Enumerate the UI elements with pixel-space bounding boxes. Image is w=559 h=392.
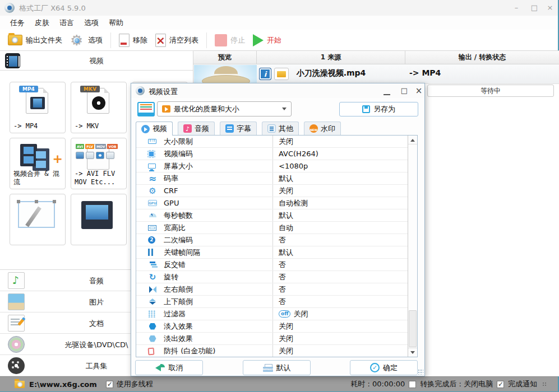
setting-value: 关闭: [279, 346, 293, 356]
column-source[interactable]: 1 来源: [257, 51, 405, 64]
card-to-mkv[interactable]: MKV -> MKV: [71, 82, 127, 133]
tab-other[interactable]: 其他: [262, 122, 299, 135]
card-merge-mux[interactable]: + 视频合并 & 混流: [10, 138, 66, 189]
setting-label: 过滤器: [164, 309, 186, 319]
video-tab-icon: [141, 125, 150, 133]
cancel-button[interactable]: 取消: [135, 360, 203, 375]
floppy-save-icon: [362, 105, 370, 113]
speedometer-icon: [149, 213, 156, 217]
column-output-status[interactable]: 输出 / 转换状态: [405, 51, 559, 64]
card-to-mp4[interactable]: MP4 -> MP4: [10, 82, 66, 133]
clear-list-button[interactable]: 清空列表: [155, 34, 198, 47]
remove-button[interactable]: 移除: [119, 34, 147, 47]
setting-row-two-pass[interactable]: 二次编码 否: [136, 234, 417, 246]
setting-row-filter[interactable]: 过滤器 off关闭: [136, 308, 417, 320]
setting-row-fps[interactable]: 每秒帧数 默认: [136, 209, 417, 222]
remove-doc-icon: [119, 34, 130, 47]
settings-tabs: 视频 音频 字幕 其他 水印: [136, 122, 341, 136]
start-icon: [253, 34, 264, 46]
scroll-up-icon[interactable]: [408, 136, 417, 144]
plus-icon: +: [53, 152, 63, 166]
setting-row-rotate[interactable]: 旋转 否: [136, 271, 417, 283]
resize-grip[interactable]: [542, 382, 547, 386]
chip-icon: [148, 151, 155, 157]
tab-label: 水印: [321, 124, 335, 134]
multithread-checkbox[interactable]: [106, 381, 113, 388]
dialog-titlebar: 视频设置 _ □ ×: [131, 83, 424, 98]
setting-row-keyframe-interval[interactable]: 关键帧间隔 默认: [136, 246, 417, 259]
output-folder-button[interactable]: 输出文件夹: [8, 35, 62, 45]
video-section-header[interactable]: 视频: [0, 51, 193, 71]
setting-row-aspect-ratio[interactable]: 宽高比 自动: [136, 222, 417, 234]
setting-row-gpu[interactable]: GPU 自动检测: [136, 197, 417, 209]
card-film-tool[interactable]: [71, 194, 127, 245]
output-format: -> MP4: [409, 68, 441, 77]
keyframe-icon: [148, 249, 153, 256]
setting-label: GPU: [164, 199, 179, 207]
output-path[interactable]: E:\www.x6g.com: [29, 380, 97, 389]
setting-value: 自动检测: [279, 198, 308, 208]
setting-label: 屏幕大小: [164, 161, 193, 171]
tab-video[interactable]: 视频: [136, 122, 173, 136]
tab-subtitle[interactable]: 字幕: [220, 122, 257, 135]
dialog-minimize-button[interactable]: _: [384, 86, 390, 95]
dialog-maximize-button[interactable]: □: [399, 85, 410, 96]
setting-row-size-limit[interactable]: 大小限制 关闭: [136, 136, 417, 148]
film-tool-icon: [81, 201, 113, 229]
minimize-button[interactable]: –: [510, 2, 523, 13]
scrollbar-thumb[interactable]: [409, 310, 417, 347]
setting-label: CRF: [164, 186, 178, 195]
setting-row-screen-size[interactable]: 屏幕大小 <1080p: [136, 160, 417, 172]
dialog-title: 视频设置: [149, 87, 178, 97]
setting-value: 关闭: [279, 137, 293, 147]
mkv-badge: MKV: [80, 86, 100, 92]
maximize-button[interactable]: □: [528, 2, 540, 13]
ruler-icon: [148, 139, 156, 144]
options-gear-icon: [70, 33, 85, 48]
setting-row-fade-in[interactable]: 淡入效果 关闭: [136, 320, 417, 333]
stop-button[interactable]: 停止: [215, 34, 245, 46]
setting-row-crf[interactable]: CRF 关闭: [136, 185, 417, 197]
menu-options[interactable]: 选项: [84, 18, 99, 28]
menubar: 任务 皮肤 语言 选项 帮助: [0, 16, 558, 30]
ok-button[interactable]: 确定: [350, 360, 418, 375]
setting-label: 每秒帧数: [164, 211, 193, 221]
menu-language[interactable]: 语言: [59, 18, 74, 28]
shutdown-checkbox[interactable]: [409, 381, 416, 388]
options-button[interactable]: 选项: [70, 33, 103, 48]
preset-dropdown[interactable]: 最优化的质量和大小: [157, 101, 292, 116]
dialog-close-button[interactable]: ×: [413, 85, 424, 96]
save-as-button[interactable]: 另存为: [339, 102, 418, 116]
setting-row-deinterlace[interactable]: 反交错 否: [136, 259, 417, 271]
setting-row-fade-out[interactable]: 淡出效果 关闭: [136, 333, 417, 345]
card-crop-tool[interactable]: [10, 194, 66, 245]
tab-audio[interactable]: 音频: [178, 122, 215, 135]
start-button[interactable]: 开始: [253, 34, 281, 46]
setting-row-flip-vertical[interactable]: 上下颠倒 否: [136, 296, 417, 308]
setting-value: 关闭: [279, 321, 293, 332]
setting-row-flip-horizontal[interactable]: 左右颠倒 否: [136, 283, 417, 296]
menu-tasks[interactable]: 任务: [10, 18, 25, 28]
notify-checkbox[interactable]: [497, 381, 504, 388]
setting-row-bitrate[interactable]: 码率 默认: [136, 172, 417, 185]
close-button[interactable]: ×: [544, 2, 556, 13]
card-to-avi-flv-mov[interactable]: AVI FLV MOV VOB -> AVI FLV MOV Etc...: [71, 138, 127, 189]
setting-row-video-encode[interactable]: 视频编码 AVC(H264): [136, 148, 417, 160]
output-folder-label: 输出文件夹: [26, 35, 62, 45]
menu-help[interactable]: 帮助: [109, 18, 123, 28]
scroll-down-icon[interactable]: [408, 348, 417, 357]
vertical-scrollbar[interactable]: [408, 136, 417, 357]
setting-label: 淡入效果: [164, 321, 193, 332]
column-preview[interactable]: 预览: [193, 51, 257, 64]
menu-skin[interactable]: 皮肤: [35, 18, 49, 28]
task-row[interactable]: i 小刀洗澡视频.mp4 -> MP4: [193, 64, 559, 84]
dialog-logo-icon: [136, 86, 145, 95]
crop-tool-icon: [18, 201, 55, 228]
dialog-resize-grip[interactable]: [418, 369, 423, 375]
preset-tray-icon: [137, 102, 155, 116]
tab-watermark[interactable]: 水印: [304, 122, 341, 135]
setting-row-anti-shake[interactable]: 防抖 (白金功能) 关闭: [136, 345, 417, 357]
setting-label: 旋转: [164, 272, 178, 282]
default-button[interactable]: 默认: [243, 360, 311, 375]
card-label: -> MKV: [75, 122, 99, 130]
